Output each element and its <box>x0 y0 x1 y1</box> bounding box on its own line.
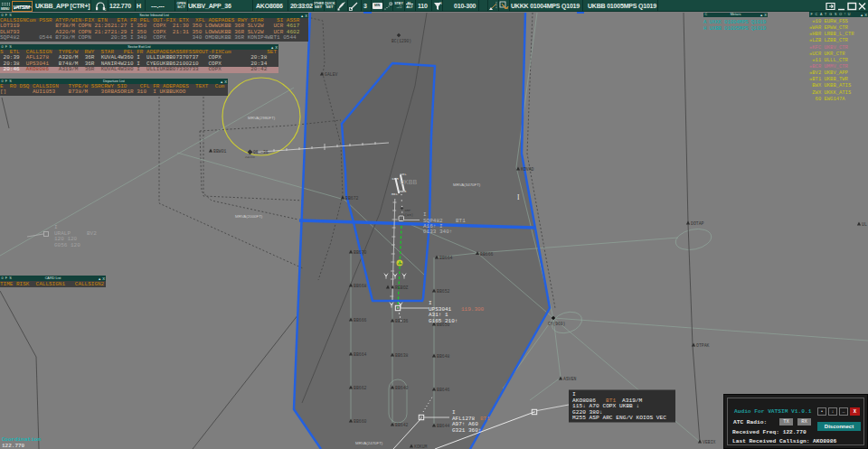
svg-text:KOKUM: KOKUM <box>414 444 428 449</box>
svg-text:BB636: BB636 <box>395 319 409 323</box>
svg-text:BBW01: BBW01 <box>213 149 227 154</box>
svg-text:CY(960): CY(960) <box>548 322 565 326</box>
svg-text:MRVA(2470FT): MRVA(2470FT) <box>355 441 383 445</box>
svg-text:MRVA(3470FT): MRVA(3470FT) <box>453 182 481 187</box>
svg-text:UL: UL <box>862 222 867 227</box>
svg-text:BB670: BB670 <box>354 250 367 255</box>
svg-text:BB644: BB644 <box>437 424 450 428</box>
svg-text:BB638: BB638 <box>395 353 409 358</box>
svg-text:BC(1290): BC(1290) <box>392 39 411 43</box>
svg-text:BT1: BT1 <box>480 416 490 422</box>
svg-text:ASVEN: ASVEN <box>563 377 577 381</box>
svg-text:BV2: BV2 <box>87 230 97 237</box>
svg-text:KOVAD: KOVAD <box>521 167 534 172</box>
svg-text:18L: 18L <box>400 172 407 176</box>
svg-text:BB672: BB672 <box>345 196 359 201</box>
svg-text:DRP: DRP <box>405 209 412 212</box>
svg-text:G133 340↑: G133 340↑ <box>423 229 452 235</box>
svg-text:BB648: BB648 <box>437 354 450 359</box>
svg-text:REBOZ: REBOZ <box>395 285 409 290</box>
svg-text:BT1: BT1 <box>456 218 466 224</box>
svg-text:ZAVOD: ZAVOD <box>245 155 255 159</box>
svg-text:BB640: BB640 <box>395 386 409 390</box>
svg-text:36R: 36R <box>400 189 407 193</box>
svg-text:MRVA(2000FT): MRVA(2000FT) <box>235 214 263 219</box>
svg-text:119.300: 119.300 <box>461 306 485 313</box>
svg-text:BB664: BB664 <box>439 256 453 260</box>
svg-text:BB668: BB668 <box>354 284 367 288</box>
svg-text:G056 120: G056 120 <box>54 242 80 248</box>
svg-text:UKBB: UKBB <box>400 179 417 185</box>
svg-text:BB660: BB660 <box>354 419 367 424</box>
svg-text:MRVA(2980FT): MRVA(2980FT) <box>248 116 276 120</box>
svg-text:G165 210↑: G165 210↑ <box>429 318 458 324</box>
svg-text:BB646: BB646 <box>437 388 450 392</box>
svg-text:DOTAP: DOTAP <box>691 221 704 226</box>
svg-text:BB664: BB664 <box>354 352 367 357</box>
svg-text:BB666: BB666 <box>354 318 367 323</box>
svg-text:GALEV: GALEV <box>325 72 338 77</box>
svg-text:1: 1 <box>105 8 107 12</box>
svg-text:18R: 18R <box>392 176 399 181</box>
svg-text:G321 360↑: G321 360↑ <box>452 427 481 434</box>
svg-text:VEBIX: VEBIX <box>703 440 716 444</box>
svg-text:BB666: BB666 <box>480 252 494 257</box>
svg-text:BB642: BB642 <box>395 423 409 427</box>
svg-text:BB652: BB652 <box>437 289 450 294</box>
svg-text:BB662: BB662 <box>354 386 367 390</box>
svg-text:M255 ASP ARC ENG/V KOIOS VEC: M255 ASP ARC ENG/V KOIOS VEC <box>572 415 666 421</box>
svg-text:OTPAK: OTPAK <box>696 343 710 348</box>
svg-text:06 -36: 06 -36 <box>253 150 269 154</box>
svg-text:36L: 36L <box>392 192 399 196</box>
